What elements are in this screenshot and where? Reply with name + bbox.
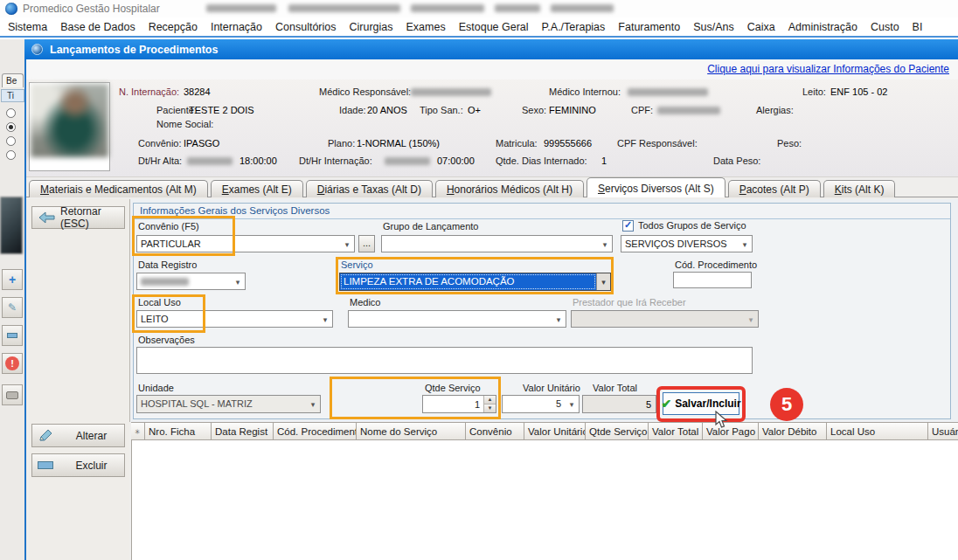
grupo-servico-combobox[interactable]: SERVIÇOS DIVERSOS ▾ xyxy=(621,235,753,252)
step-5-badge: 5 xyxy=(770,388,803,421)
medico-combobox[interactable]: ▾ xyxy=(348,310,566,328)
stepper-buttons[interactable]: ▲ ▼ xyxy=(483,396,496,412)
dthr-internacao-label: Dt/Hr Internação: xyxy=(299,156,372,166)
convenio-label: Convênio: xyxy=(138,138,182,149)
radio-button[interactable] xyxy=(6,136,16,146)
menu-item-sistema[interactable]: Sistema xyxy=(8,21,47,33)
blurred-titlebar-text xyxy=(551,4,614,12)
stepper-up-icon[interactable]: ▲ xyxy=(484,396,496,404)
chevron-down-icon[interactable]: ▾ xyxy=(738,236,752,252)
column-header-valor-debito[interactable]: Valor Débito xyxy=(759,423,827,439)
column-header-valor-unitario[interactable]: Valor Unitário xyxy=(524,423,586,439)
print-button[interactable] xyxy=(2,384,23,405)
grupo-lancamento-combobox[interactable]: ▾ xyxy=(381,235,613,252)
chevron-down-icon[interactable]: ▾ xyxy=(596,273,610,290)
cod-procedimento-input[interactable] xyxy=(673,272,752,288)
observacoes-textarea[interactable] xyxy=(136,347,753,374)
data-peso-label: Data Peso: xyxy=(713,156,760,166)
menu-item-internacao[interactable]: Internação xyxy=(211,21,262,33)
edit-button[interactable]: ✎ xyxy=(2,297,23,318)
tab-exames[interactable]: Exames (Alt E) xyxy=(211,180,303,197)
column-header-nome-do-servico[interactable]: Nome do Serviço xyxy=(357,423,466,439)
radio-button[interactable] xyxy=(6,108,16,118)
patient-info-link[interactable]: Clique aqui para visualizar Informações … xyxy=(707,63,949,75)
menu-item-recepcao[interactable]: Recepção xyxy=(149,21,198,33)
tab-materiais-e-medicamentos[interactable]: Materiais e Medicamentos (Alt M) xyxy=(29,180,208,197)
convenio-f5-label: Convênio (F5) xyxy=(138,221,199,232)
prestador-label: Prestador que Irá Receber xyxy=(573,297,686,308)
plano-label: Plano: xyxy=(328,138,355,149)
data-registro-label: Data Registro xyxy=(138,259,197,270)
local-uso-combobox[interactable]: LEITO ▾ xyxy=(136,310,333,328)
menu-item-administracao[interactable]: Administração xyxy=(788,21,857,33)
data-registro-datepicker[interactable]: ▾ xyxy=(136,273,246,290)
todos-grupos-label[interactable]: Todos Grupos de Serviço xyxy=(638,220,746,231)
qtde-servico-stepper[interactable]: 1 ▲ ▼ xyxy=(422,395,496,413)
chevron-down-icon[interactable]: ▾ xyxy=(598,236,612,252)
menu-item-pa-terapias[interactable]: P.A./Terapias xyxy=(542,21,606,33)
app-title: Promedico Gestão Hospitalar xyxy=(23,3,160,15)
leito-value: ENF 105 - 02 xyxy=(830,86,887,97)
background-tab[interactable]: Be xyxy=(2,73,24,87)
retornar-button[interactable]: Retornar (ESC) xyxy=(31,206,125,229)
radio-button[interactable] xyxy=(6,150,16,160)
menu-item-caixa[interactable]: Caixa xyxy=(747,21,775,33)
menu-item-exames[interactable]: Exames xyxy=(406,21,446,33)
convenio-combobox[interactable]: PARTICULAR ▾ xyxy=(136,235,355,252)
peso-label: Peso: xyxy=(777,138,802,149)
excluir-button[interactable]: Excluir xyxy=(31,453,125,477)
column-header-valor-pago[interactable]: Valor Pago xyxy=(703,423,759,439)
chevron-down-icon[interactable]: ▾ xyxy=(231,273,245,289)
column-header-cod-procediment[interactable]: Cód. Procediment xyxy=(274,423,357,439)
menu-item-sus-ans[interactable]: Sus/Ans xyxy=(693,21,734,33)
column-header-nro-ficha[interactable]: Nro. Ficha xyxy=(145,423,212,439)
column-header-convenio[interactable]: Convênio xyxy=(466,423,524,439)
menu-item-consultorios[interactable]: Consultórios xyxy=(275,21,336,33)
valor-unitario-combobox[interactable]: 5 ▾ xyxy=(502,395,580,413)
groupbox-title: Informações Gerais dos Serviços Diversos xyxy=(140,205,330,216)
alterar-button[interactable]: Alterar xyxy=(31,424,125,447)
chevron-down-icon[interactable]: ▾ xyxy=(306,396,320,412)
remove-button[interactable] xyxy=(2,325,23,346)
tab-servicos-diversos[interactable]: Serviços Diversos (Alt S) xyxy=(587,177,725,197)
background-window: Be Ti + ✎ ! xyxy=(0,39,24,560)
servico-combobox[interactable]: LIMPEZA EXTRA DE ACOMODAÇÃO ▾ xyxy=(339,273,611,291)
menu-item-base-de-dados[interactable]: Base de Dados xyxy=(60,21,135,33)
menu-item-bi[interactable]: BI xyxy=(913,21,923,33)
alert-button[interactable]: ! xyxy=(2,353,23,374)
menu-item-faturamento[interactable]: Faturamento xyxy=(618,21,680,33)
column-header-usuario[interactable]: Usuári xyxy=(928,423,958,439)
radio-button-selected[interactable] xyxy=(6,122,16,132)
column-header-valor-total[interactable]: Valor Total xyxy=(649,423,703,439)
column-header-qtde-servico[interactable]: Qtde Serviço xyxy=(586,423,649,439)
prestador-combobox: ▾ xyxy=(571,310,759,328)
grid-body-empty[interactable] xyxy=(131,440,958,560)
blurred-titlebar-text xyxy=(288,4,400,12)
qtde-dias-label: Qtde. Dias Internado: xyxy=(496,156,587,166)
convenio-browse-button[interactable]: ... xyxy=(358,235,375,252)
qtde-dias-value: 1 xyxy=(601,156,607,166)
column-header-local-uso[interactable]: Local Uso xyxy=(827,423,928,439)
unidade-combobox[interactable]: HOSPITAL SQL - MATRIZ ▾ xyxy=(136,395,321,413)
tab-honorarios-medicos[interactable]: Honorários Médicos (Alt H) xyxy=(435,180,584,197)
tab-kits[interactable]: Kits (Alt K) xyxy=(823,180,896,197)
chevron-down-icon[interactable]: ▾ xyxy=(552,311,566,327)
menu-item-estoque-geral[interactable]: Estoque Geral xyxy=(459,21,529,33)
local-uso-combobox-value: LEITO xyxy=(137,311,318,327)
menu-item-cirurgias[interactable]: Cirurgias xyxy=(350,21,393,33)
chevron-down-icon[interactable]: ▾ xyxy=(565,396,579,412)
column-header-data-regist[interactable]: Data Regist xyxy=(212,423,274,439)
blurred-titlebar-text xyxy=(411,4,484,12)
add-button[interactable]: + xyxy=(2,269,23,290)
chevron-down-icon[interactable]: ▾ xyxy=(318,311,332,327)
dialog-titlebar[interactable]: Lançamentos de Procedimentos xyxy=(24,39,958,59)
pencil-icon xyxy=(38,429,53,443)
tab-pacotes[interactable]: Pacotes (Alt P) xyxy=(728,180,821,197)
procedure-tabstrip: Materiais e Medicamentos (Alt M) Exames … xyxy=(29,177,898,197)
app-logo-icon xyxy=(5,3,17,15)
chevron-down-icon[interactable]: ▾ xyxy=(340,236,354,252)
todos-grupos-checkbox[interactable]: ✓ xyxy=(622,220,634,232)
menu-item-custo[interactable]: Custo xyxy=(871,21,899,33)
tab-diarias-e-taxas[interactable]: Diárias e Taxas (Alt D) xyxy=(306,180,433,197)
stepper-down-icon[interactable]: ▼ xyxy=(484,404,496,412)
